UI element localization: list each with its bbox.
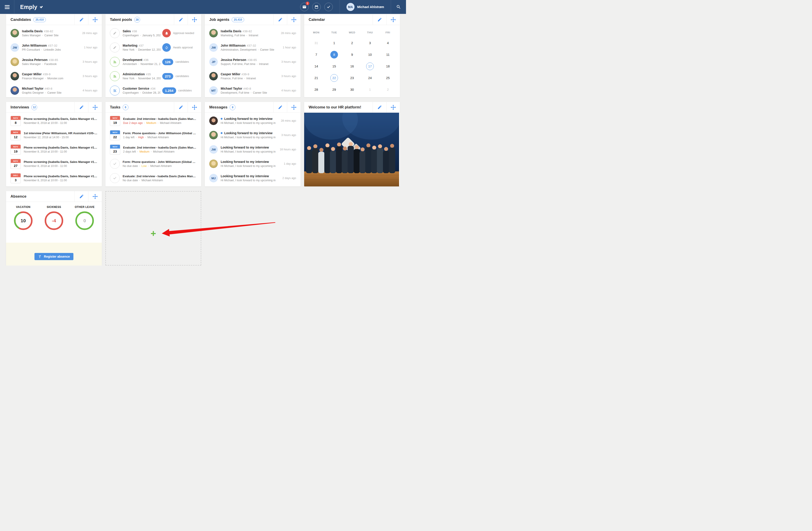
calendar-day[interactable]: 3 — [361, 37, 379, 49]
task-row[interactable]: Form: Phone questions - John Williamson … — [105, 157, 201, 171]
calendar-day[interactable]: 2 — [379, 84, 397, 96]
calendar-day[interactable]: 14 — [307, 60, 325, 72]
candidate-row[interactable]: Isabella Davis#38-82Sales ManagerCareer … — [6, 26, 102, 40]
app-logo[interactable]: Emply — [20, 0, 43, 14]
task-row[interactable]: Evaluate: 2nd interview - Isabella Davis… — [105, 171, 201, 185]
job-agent-row[interactable]: MTMichael Taylor#40-8Development, Full t… — [205, 83, 301, 97]
job-agent-row[interactable]: JPJessica Peterson#38-65Support, Full ti… — [205, 55, 301, 69]
message-row[interactable]: Looking forward to my interviewHi Michae… — [205, 114, 301, 128]
edit-widget-button[interactable] — [174, 102, 188, 112]
move-widget-button[interactable] — [188, 14, 201, 25]
edit-widget-button[interactable] — [273, 14, 287, 25]
talent-pool-row[interactable]: Sales#38CopenhagenJanuary 5, 2020Approva… — [105, 26, 201, 40]
widget-header: Candidates 25.410 — [6, 14, 102, 25]
calendar-day[interactable]: 8 — [325, 49, 343, 60]
move-widget-button[interactable] — [386, 14, 400, 25]
interview-row[interactable]: NOV121st interview (Peter Williamson, HR… — [6, 128, 102, 142]
task-row[interactable]: NOV19Evaluate: 2nd interview - Isabella … — [105, 114, 201, 128]
date-badge-day: 8 — [11, 120, 20, 126]
interview-row[interactable]: NOV8Phone screening (Isabella Davis, Sal… — [6, 114, 102, 128]
notification-badge: 1 — [306, 2, 309, 5]
edit-widget-button[interactable] — [74, 102, 88, 112]
calendar-day[interactable]: 21 — [307, 72, 325, 84]
move-widget-button[interactable] — [88, 191, 102, 202]
add-widget-button[interactable]: + — [150, 229, 156, 238]
move-widget-button[interactable] — [386, 102, 400, 112]
count-badge: 25.410 — [232, 17, 244, 22]
search-button[interactable] — [391, 0, 406, 14]
message-subject: Looking forward to my interview — [224, 117, 272, 121]
calendar-nav-button[interactable] — [312, 3, 321, 11]
tasks-nav-button[interactable] — [324, 3, 333, 11]
user-menu[interactable]: MA Michael Ahlstrøm — [339, 0, 391, 14]
empty-widget-slot[interactable]: + — [105, 191, 201, 266]
talent-pool-row[interactable]: Customer Service#34CopenhagenOctober 28,… — [105, 83, 201, 97]
calendar-day[interactable]: 10 — [361, 49, 379, 60]
edit-widget-button[interactable] — [273, 102, 287, 112]
move-widget-button[interactable] — [88, 102, 102, 112]
talent-pool-row[interactable]: Marketing#37New YorkDecember 12, 2019Awa… — [105, 40, 201, 55]
candidate-row[interactable]: Michael Taylor#40-8Graphic DesignerCaree… — [6, 83, 102, 97]
calendar-day[interactable]: 28 — [307, 84, 325, 96]
talent-pool-row[interactable]: Development#36AmsterdamNovember 21, 2019… — [105, 55, 201, 69]
candidate-row[interactable]: Casper Miller#39-9Finance ManagerMonster… — [6, 69, 102, 83]
message-row[interactable]: JWLooking forward to my interviewHi Mich… — [205, 142, 301, 157]
task-row[interactable]: NOV23Evaluate: 2nd interview - Isabella … — [105, 142, 201, 157]
task-done-icon — [110, 159, 120, 169]
interview-row[interactable]: DEC3Phone screening (Isabella Davis, Sal… — [6, 171, 102, 185]
unread-dot — [221, 118, 222, 120]
calendar-day[interactable]: 24 — [361, 72, 379, 84]
separator-dot — [139, 165, 140, 168]
calendar-day[interactable]: 16 — [343, 60, 361, 72]
calendar-day[interactable]: 18 — [379, 60, 397, 72]
move-widget-button[interactable] — [287, 14, 301, 25]
task-row[interactable]: NOV22Form: Phone questions - John Willia… — [105, 128, 201, 142]
calendar-day[interactable]: 29 — [325, 84, 343, 96]
person-meta-line: Development, Full timeCareer Site — [221, 91, 276, 94]
candidate-row[interactable]: Jessica Peterson#38-65Sales ManagerFaceb… — [6, 55, 102, 69]
message-title-line: Looking forward to my interview — [221, 117, 276, 121]
message-row[interactable]: Looking forward to my interviewHi Michae… — [205, 157, 301, 171]
task-meta-part: Due 2 days ago — [123, 122, 143, 125]
message-subject: Looking forward to my interview — [221, 160, 269, 164]
message-row[interactable]: MJLooking forward to my interviewHi Mich… — [205, 171, 301, 185]
edit-widget-button[interactable] — [74, 191, 88, 202]
edit-widget-button[interactable] — [74, 14, 88, 25]
calendar-day[interactable]: 7 — [307, 49, 325, 60]
move-widget-button[interactable] — [88, 14, 102, 25]
interview-row[interactable]: NOV19Phone screening (Isabella Davis, Sa… — [6, 142, 102, 157]
interview-row[interactable]: NOV27Phone screening (Isabella Davis, Sa… — [6, 157, 102, 171]
edit-widget-button[interactable] — [174, 14, 188, 25]
calendar-day[interactable]: 1 — [361, 84, 379, 96]
edit-widget-button[interactable] — [373, 102, 386, 112]
calendar-day[interactable]: 31 — [307, 37, 325, 49]
job-agent-row[interactable]: JWJohn Williamson#37-32Administration, D… — [205, 40, 301, 55]
person-source: Career Site — [253, 91, 267, 94]
task-meta-part: Michael Ahlstrøm — [150, 165, 172, 168]
calendar-day[interactable]: 30 — [343, 84, 361, 96]
menu-button[interactable] — [0, 0, 14, 14]
interview-datetime: November 8, 2018 at 10:00 - 11:00 — [24, 150, 97, 153]
edit-widget-button[interactable] — [373, 14, 386, 25]
message-row[interactable]: Looking forward to my interviewHi Michae… — [205, 128, 301, 142]
calendar-day[interactable]: 1 — [325, 37, 343, 49]
move-widget-button[interactable] — [188, 102, 201, 112]
candidate-row[interactable]: JWJohn Williamson#37-32PR ConsultantLink… — [6, 40, 102, 55]
register-absence-button[interactable]: Register absence — [34, 253, 73, 260]
calendar-day[interactable]: 22 — [325, 72, 343, 84]
calendar-day[interactable]: 23 — [343, 72, 361, 84]
avatar — [11, 72, 19, 81]
job-agent-row[interactable]: Casper Miller#39-9Finance, Full timeIntr… — [205, 69, 301, 83]
job-agent-row[interactable]: Isabella Davis#38-82Marketing, Full time… — [205, 26, 301, 40]
calendar-day[interactable]: 11 — [379, 49, 397, 60]
calendar-day[interactable]: 15 — [325, 60, 343, 72]
calendar-day[interactable]: 17 — [361, 60, 379, 72]
calendar-day[interactable]: 4 — [379, 37, 397, 49]
calendar-day[interactable]: 2 — [343, 37, 361, 49]
move-widget-button[interactable] — [287, 102, 301, 112]
person-source: Career Site — [47, 91, 61, 94]
calendar-day[interactable]: 25 — [379, 72, 397, 84]
mail-nav-button[interactable]: 1 — [300, 3, 309, 11]
talent-pool-row[interactable]: Administration#35New YorkNovember 14, 20… — [105, 69, 201, 83]
calendar-day[interactable]: 9 — [343, 49, 361, 60]
